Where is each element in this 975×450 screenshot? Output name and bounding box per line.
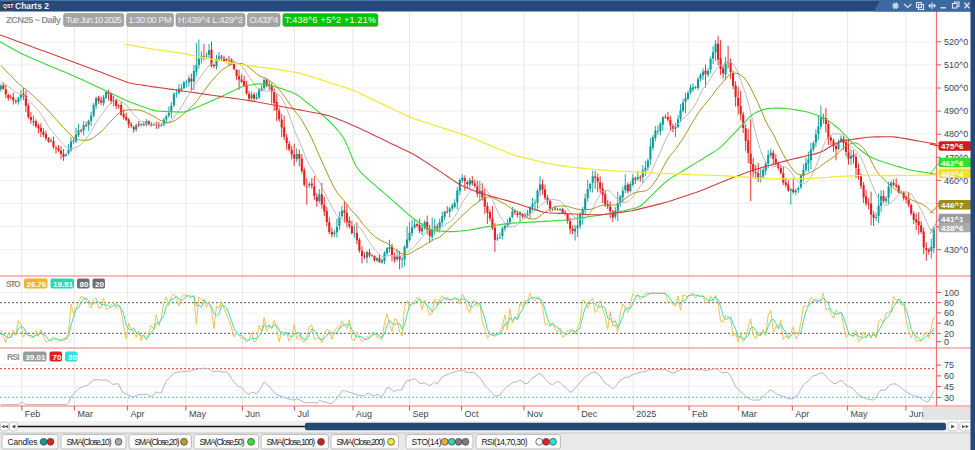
svg-text:Jun: Jun	[245, 409, 260, 419]
svg-text:475^6: 475^6	[941, 142, 964, 151]
svg-text:Sep: Sep	[413, 409, 429, 419]
svg-text:SMA(Close,10): SMA(Close,10)	[67, 437, 112, 447]
svg-text:510^0: 510^0	[944, 60, 968, 70]
svg-text:Dec: Dec	[581, 409, 598, 419]
svg-text:H:439^4 L:429^2: H:439^4 L:429^2	[178, 15, 243, 25]
svg-text:441^1: 441^1	[941, 215, 964, 224]
svg-text:60: 60	[944, 371, 954, 381]
svg-text:430^0: 430^0	[944, 245, 968, 255]
svg-text:490^0: 490^0	[944, 106, 968, 116]
svg-text:STO(14): STO(14)	[412, 437, 442, 447]
svg-text:26.76: 26.76	[27, 280, 48, 289]
svg-text:May: May	[851, 409, 869, 419]
svg-text:438^6: 438^6	[941, 224, 964, 233]
svg-text:75: 75	[944, 360, 954, 370]
svg-text:Oct: Oct	[465, 409, 480, 419]
svg-text:2025: 2025	[636, 409, 656, 419]
svg-text:60: 60	[944, 308, 954, 318]
svg-text:Apr: Apr	[130, 409, 144, 419]
svg-text:500^0: 500^0	[944, 83, 968, 93]
svg-text:RSI(14,70,30): RSI(14,70,30)	[482, 437, 528, 447]
svg-text:Feb: Feb	[692, 409, 708, 419]
svg-text:Nov: Nov	[527, 409, 544, 419]
svg-text:40: 40	[944, 318, 954, 328]
svg-text:Aug: Aug	[356, 409, 372, 419]
svg-text:39.01: 39.01	[26, 353, 47, 362]
svg-text:446^7: 446^7	[941, 201, 964, 210]
svg-text:100: 100	[944, 288, 959, 298]
svg-text:Jun: Jun	[909, 409, 924, 419]
svg-text:520^0: 520^0	[944, 37, 968, 47]
svg-text:Apr: Apr	[795, 409, 809, 419]
svg-text:QST: QST	[3, 3, 13, 9]
svg-text:19.91: 19.91	[53, 280, 74, 289]
svg-text:480^0: 480^0	[944, 129, 968, 139]
svg-text:STO: STO	[6, 279, 21, 289]
svg-text:Jul: Jul	[297, 409, 309, 419]
svg-text:20: 20	[95, 280, 104, 289]
svg-text:May: May	[189, 409, 207, 419]
svg-text:O:433^4: O:433^4	[249, 15, 278, 25]
svg-text:Candles: Candles	[8, 437, 38, 447]
svg-text:Tue Jun 10 2025: Tue Jun 10 2025	[66, 15, 122, 25]
svg-text:30: 30	[68, 353, 77, 362]
svg-text:80: 80	[80, 280, 89, 289]
svg-text:80: 80	[944, 298, 954, 308]
svg-text:30: 30	[944, 393, 954, 403]
svg-text:T:438^6 +5^2 +1.21%: T:438^6 +5^2 +1.21%	[285, 15, 376, 25]
svg-text:SMA(Close,200): SMA(Close,200)	[337, 437, 386, 447]
svg-text:462^4: 462^4	[941, 170, 964, 179]
svg-text:Mar: Mar	[77, 409, 93, 419]
svg-text:RSI: RSI	[7, 352, 20, 362]
svg-text:0: 0	[944, 337, 949, 347]
svg-text:Charts 2: Charts 2	[15, 1, 49, 11]
svg-text:Mar: Mar	[741, 409, 757, 419]
svg-text:Feb: Feb	[25, 409, 41, 419]
svg-text:1:30:00 PM: 1:30:00 PM	[129, 15, 172, 25]
svg-text:462^6: 462^6	[941, 159, 964, 168]
svg-text:SMA(Close,20): SMA(Close,20)	[135, 437, 180, 447]
svg-text:SMA(Close,100): SMA(Close,100)	[267, 437, 316, 447]
svg-text:70: 70	[53, 353, 62, 362]
svg-text:ZCN25 ~ Daily: ZCN25 ~ Daily	[6, 14, 62, 25]
svg-text:45: 45	[944, 382, 954, 392]
svg-text:SMA(Close,50): SMA(Close,50)	[200, 437, 245, 447]
